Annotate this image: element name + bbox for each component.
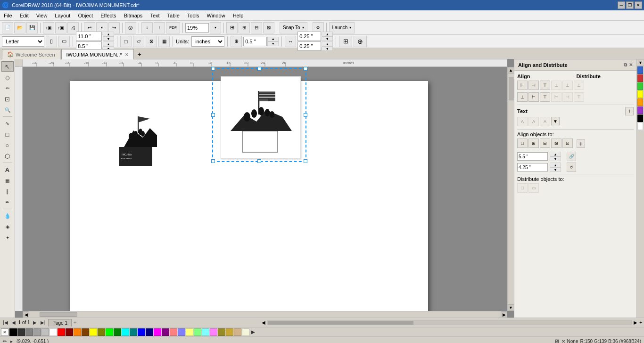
tab-document[interactable]: IWOJIMA MONUMEN..* ✕ bbox=[61, 49, 134, 59]
canvas-content[interactable]: IWOJIMA MONUMENT bbox=[23, 67, 507, 311]
restore-button[interactable]: ❒ bbox=[626, 1, 634, 9]
hscroll-thumb[interactable] bbox=[40, 312, 77, 317]
art-left[interactable]: IWOJIMA MONUMENT bbox=[117, 105, 157, 168]
height-up[interactable]: ▲ bbox=[103, 41, 114, 46]
curve-tool-btn[interactable]: ∿ bbox=[1, 118, 14, 129]
horizontal-scrollbar[interactable]: ◀ ▶ bbox=[23, 311, 507, 318]
prev-page-btn[interactable]: ◀ bbox=[11, 319, 17, 326]
nudge2-input[interactable] bbox=[297, 32, 321, 41]
swatch-orange[interactable] bbox=[74, 328, 81, 336]
add-page-nav-btn[interactable]: + bbox=[74, 320, 76, 325]
palette-right-arrow[interactable]: ▶ bbox=[250, 329, 256, 335]
menu-window[interactable]: Window bbox=[203, 10, 229, 20]
page-1-tab[interactable]: Page 1 bbox=[48, 319, 72, 327]
swatch-lime[interactable] bbox=[106, 328, 113, 336]
swatch-black[interactable] bbox=[9, 328, 17, 336]
grid-btn[interactable]: ⊞ bbox=[239, 22, 250, 33]
menu-file[interactable]: File bbox=[0, 10, 16, 20]
tab-welcome[interactable]: 🏠 Welcome Screen bbox=[2, 49, 60, 59]
snap-icon[interactable]: ⊠ bbox=[263, 22, 274, 33]
align-to-edge-btn[interactable]: ⊠ bbox=[551, 139, 561, 148]
swatch-blue[interactable] bbox=[138, 328, 145, 336]
polygon-tool-btn[interactable]: ⬡ bbox=[1, 151, 14, 161]
nudge-x-input[interactable] bbox=[243, 37, 267, 46]
swatch-tan[interactable] bbox=[234, 328, 241, 336]
pw-down[interactable]: ▼ bbox=[550, 156, 561, 161]
scroll-left-btn[interactable]: ◀ bbox=[23, 311, 29, 318]
side-swatch-red[interactable] bbox=[637, 74, 643, 82]
panel-width-input[interactable] bbox=[517, 152, 548, 161]
page-frame-btn1[interactable]: □ bbox=[120, 36, 132, 47]
connector-tool-btn[interactable]: ✒ bbox=[1, 197, 14, 207]
tab-close-button[interactable]: ✕ bbox=[125, 52, 129, 57]
scroll-right-btn[interactable]: ▶ bbox=[501, 311, 507, 318]
color-expand-btn[interactable]: ▼ bbox=[637, 59, 644, 66]
arrow-up-btn[interactable]: ↑ bbox=[154, 22, 165, 33]
align-to-grid-btn[interactable]: ⊡ bbox=[562, 139, 573, 148]
add-page-btn[interactable]: ⊕ bbox=[354, 36, 367, 47]
zoom-tool-btn[interactable]: 🔍 bbox=[1, 105, 14, 115]
menu-view[interactable]: View bbox=[33, 10, 51, 20]
rect-tool-btn[interactable]: □ bbox=[1, 129, 14, 139]
align-to-obj-btn[interactable]: ⊟ bbox=[540, 139, 550, 148]
open-button[interactable]: 📂 bbox=[14, 22, 25, 33]
nudge2-down[interactable]: ▼ bbox=[322, 36, 333, 41]
link-wh-btn[interactable]: 🔗 bbox=[567, 152, 576, 161]
menu-edit[interactable]: Edit bbox=[16, 10, 33, 20]
panel-float-btn[interactable]: ⧉ bbox=[624, 62, 627, 68]
page-width-input[interactable] bbox=[76, 32, 102, 41]
pdf-btn[interactable]: PDF bbox=[166, 22, 180, 33]
swatch-white[interactable] bbox=[50, 328, 57, 336]
reset-wh-btn[interactable]: ↺ bbox=[567, 163, 576, 172]
swatch-purple[interactable] bbox=[162, 328, 169, 336]
first-page-btn[interactable]: |◀ bbox=[2, 319, 9, 326]
swatch-green[interactable] bbox=[114, 328, 121, 336]
swatch-yellow[interactable] bbox=[90, 328, 97, 336]
swatch-cyan[interactable] bbox=[122, 328, 129, 336]
align-bottom-btn[interactable]: ⊤ bbox=[540, 92, 550, 102]
side-swatch-green[interactable] bbox=[637, 82, 643, 90]
width-up[interactable]: ▲ bbox=[103, 32, 114, 36]
close-button[interactable]: ✕ bbox=[635, 1, 642, 9]
pw-up[interactable]: ▲ bbox=[550, 152, 561, 156]
pick-tool-btn[interactable]: ↖ bbox=[1, 61, 14, 72]
crop-tool-btn[interactable]: ⊡ bbox=[1, 94, 14, 104]
menu-tools[interactable]: Tools bbox=[183, 10, 203, 20]
nudge-x-up[interactable]: ▲ bbox=[267, 37, 279, 41]
art-right-container[interactable] bbox=[216, 72, 305, 163]
ph-down[interactable]: ▼ bbox=[550, 167, 561, 172]
ellipse-tool-btn[interactable]: ○ bbox=[1, 140, 14, 150]
save-button[interactable]: 💾 bbox=[26, 22, 38, 33]
pen-tool-btn[interactable]: ∥ bbox=[1, 186, 14, 196]
swatch-red[interactable] bbox=[58, 328, 65, 336]
add-page-right-btn[interactable]: + bbox=[639, 320, 642, 325]
menu-help[interactable]: Help bbox=[229, 10, 248, 20]
swatch-darkgray[interactable] bbox=[17, 328, 25, 336]
side-swatch-yellow[interactable] bbox=[637, 90, 643, 98]
swatch-ltgreen[interactable] bbox=[194, 328, 201, 336]
side-swatch-orange[interactable] bbox=[637, 98, 643, 106]
swatch-olive[interactable] bbox=[98, 328, 105, 336]
swatch-ltblue[interactable] bbox=[178, 328, 185, 336]
swatch-navy[interactable] bbox=[146, 328, 153, 336]
panel-close-btn[interactable]: ✕ bbox=[629, 62, 633, 68]
align-right-btn[interactable]: ⊤ bbox=[540, 81, 550, 90]
vscroll-thumb[interactable] bbox=[509, 77, 514, 100]
hscroll-nav-right[interactable]: ▶ bbox=[634, 320, 637, 325]
menu-layout[interactable]: Layout bbox=[51, 10, 74, 20]
side-swatch-black[interactable] bbox=[637, 114, 643, 122]
shape-tool-btn[interactable]: ◇ bbox=[1, 72, 14, 82]
landscape-btn[interactable]: ▭ bbox=[58, 36, 70, 47]
units-select[interactable]: inches bbox=[191, 36, 224, 47]
swatch-ltyellow[interactable] bbox=[186, 328, 193, 336]
zoom-input[interactable] bbox=[185, 23, 209, 33]
hscroll-nav-left[interactable]: ◀ bbox=[262, 320, 265, 325]
swatch-beige[interactable] bbox=[242, 328, 249, 336]
menu-bitmaps[interactable]: Bitmaps bbox=[120, 10, 147, 20]
page-size-select[interactable]: Letter bbox=[2, 36, 44, 47]
swatch-lightgray[interactable] bbox=[33, 328, 41, 336]
menu-object[interactable]: Object bbox=[74, 10, 97, 20]
menu-effects[interactable]: Effects bbox=[97, 10, 120, 20]
export-button[interactable]: ↑▣ bbox=[55, 22, 66, 33]
new-button[interactable]: 📄 bbox=[2, 22, 13, 33]
